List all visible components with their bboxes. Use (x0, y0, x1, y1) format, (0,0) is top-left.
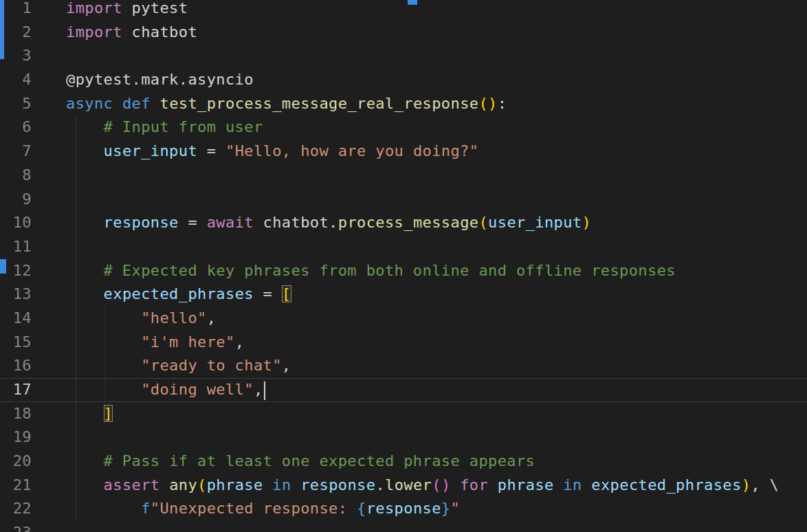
code-line: 16 "ready to chat", (0, 354, 807, 378)
token-plain (66, 405, 104, 422)
token-control: for (460, 476, 488, 494)
line-content[interactable]: # Pass if at least one expected phrase a… (32, 450, 535, 474)
line-content[interactable]: f"Unexpected response: {response}" (32, 497, 460, 521)
window-edge-accent (0, 0, 4, 59)
token-comment: # Input from user (66, 118, 263, 135)
line-content[interactable]: # Input from user (32, 115, 263, 140)
line-number[interactable]: 14 (0, 307, 32, 331)
code-line: 4@pytest.mark.asyncio (0, 68, 807, 92)
token-bracket1: () (478, 95, 497, 112)
line-number[interactable]: 4 (0, 68, 32, 92)
line-content[interactable] (32, 164, 66, 188)
line-number[interactable]: 6 (0, 115, 32, 140)
token-keyword: } (441, 500, 451, 517)
line-content[interactable]: "i'm here", (32, 331, 244, 355)
line-number[interactable]: 20 (0, 450, 32, 474)
line-content[interactable]: expected_phrases = [ (32, 282, 291, 307)
token-variable: expected_phrases (104, 285, 254, 302)
code-line: 13 expected_phrases = [ (0, 282, 807, 307)
line-content[interactable] (32, 188, 66, 212)
line-content[interactable] (32, 44, 66, 68)
line-number[interactable]: 19 (0, 425, 32, 450)
token-keyword: { (357, 500, 366, 517)
code-line: 9 (0, 188, 807, 212)
line-content[interactable]: response = await chatbot.process_message… (32, 211, 591, 235)
token-variable: user_input (488, 214, 582, 231)
code-line: 7 user_input = "Hello, how are you doing… (0, 140, 807, 164)
line-content[interactable]: "doing well", (32, 378, 265, 402)
line-number[interactable]: 7 (0, 140, 32, 164)
code-line: 2import chatbot (0, 21, 807, 45)
token-plain (66, 500, 141, 517)
line-number[interactable]: 2 (0, 21, 32, 45)
line-content[interactable]: import pytest (32, 0, 188, 21)
line-content[interactable]: ] (32, 402, 113, 426)
line-content[interactable]: # Expected key phrases from both online … (32, 259, 676, 283)
line-content[interactable] (32, 235, 66, 259)
token-variable: phrase (207, 476, 263, 494)
token-plain: chatbot. (254, 214, 338, 231)
line-number[interactable]: 1 (0, 0, 32, 21)
token-control: import (66, 0, 122, 16)
code-line: 3 (0, 44, 807, 68)
code-editor[interactable]: 1import pytest2import chatbot34@pytest.m… (0, 0, 807, 532)
line-number[interactable]: 3 (0, 44, 32, 68)
line-content[interactable]: "ready to chat", (32, 354, 291, 378)
line-content[interactable]: "hello", (32, 307, 216, 331)
token-plain: @pytest.mark.asyncio (66, 71, 254, 88)
token-comment: # Expected key phrases from both online … (66, 262, 676, 279)
token-keyword: def (122, 95, 151, 112)
token-variable: phrase (498, 476, 554, 494)
code-line: 21 assert any(phrase in response.lower()… (0, 474, 807, 498)
line-number[interactable]: 9 (0, 188, 32, 212)
line-number[interactable]: 11 (0, 235, 32, 259)
token-plain: . (375, 476, 385, 494)
token-bracket1: ) (742, 476, 751, 494)
line-content[interactable]: assert any(phrase in response.lower() fo… (32, 474, 779, 498)
token-plain: = (179, 214, 207, 231)
code-line: 22 f"Unexpected response: {response}" (0, 497, 807, 521)
token-comment: # Pass if at least one expected phrase a… (66, 452, 535, 469)
token-plain: = (254, 285, 282, 302)
line-content[interactable] (32, 425, 66, 450)
token-bracket1: ) (582, 214, 592, 231)
token-plain: , (235, 333, 245, 351)
token-plain (488, 476, 498, 494)
line-content[interactable] (32, 521, 66, 532)
line-number[interactable]: 23 (0, 521, 32, 532)
token-function: lower (385, 476, 432, 494)
code-line: 1import pytest (0, 0, 807, 21)
code-line: 12 # Expected key phrases from both onli… (0, 259, 807, 283)
token-plain: = (197, 142, 225, 159)
token-string: " (451, 500, 461, 517)
top-accent-fragment (408, 0, 417, 5)
line-content[interactable]: user_input = "Hello, how are you doing?" (32, 140, 478, 164)
token-string: "Hello, how are you doing?" (225, 142, 478, 159)
line-number[interactable]: 5 (0, 92, 32, 116)
line-content[interactable]: import chatbot (32, 21, 197, 45)
token-control: await (207, 214, 254, 231)
gutter-accent-marker (0, 259, 6, 274)
line-number[interactable]: 18 (0, 402, 32, 426)
code-line: 19 (0, 425, 807, 450)
token-keyword: f (141, 500, 151, 517)
token-string: "ready to chat" (141, 357, 282, 374)
line-number[interactable]: 10 (0, 211, 32, 235)
token-plain (263, 476, 273, 494)
token-plain (451, 476, 461, 494)
line-number[interactable]: 8 (0, 164, 32, 188)
line-number[interactable]: 22 (0, 497, 32, 521)
line-number[interactable]: 16 (0, 354, 32, 378)
line-number[interactable]: 21 (0, 474, 32, 498)
line-number[interactable]: 13 (0, 282, 32, 307)
line-number[interactable]: 15 (0, 331, 32, 355)
token-keyword: in (272, 476, 291, 494)
code-line: 6 # Input from user (0, 115, 807, 140)
line-number[interactable]: 17 (0, 378, 32, 402)
code-line: 10 response = await chatbot.process_mess… (0, 211, 807, 235)
code-line: 20 # Pass if at least one expected phras… (0, 450, 807, 474)
line-content[interactable]: @pytest.mark.asyncio (32, 68, 254, 92)
token-function: process_message (338, 214, 479, 231)
token-plain (66, 214, 104, 231)
line-content[interactable]: async def test_process_message_real_resp… (32, 92, 507, 116)
